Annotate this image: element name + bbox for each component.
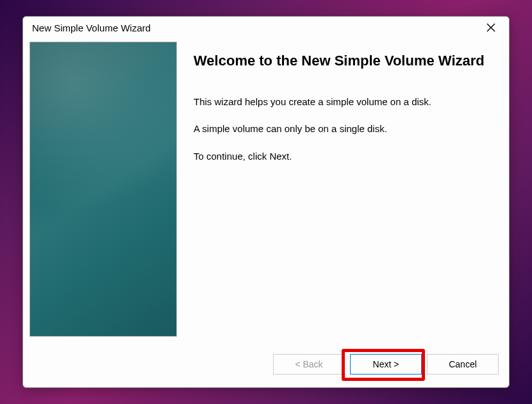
dialog-title: New Simple Volume Wizard [32, 22, 151, 33]
next-button[interactable]: Next > [350, 354, 422, 375]
cancel-button[interactable]: Cancel [427, 354, 499, 375]
wizard-description-2: A simple volume can only be on a single … [194, 122, 490, 137]
title-bar: New Simple Volume Wizard [23, 17, 509, 38]
wizard-main-panel: Welcome to the New Simple Volume Wizard … [177, 42, 503, 349]
wizard-heading: Welcome to the New Simple Volume Wizard [194, 52, 490, 71]
wizard-dialog: New Simple Volume Wizard Welcome to the … [22, 16, 510, 388]
close-button[interactable] [481, 18, 501, 37]
wizard-side-graphic [29, 42, 177, 337]
close-icon [486, 23, 495, 32]
wizard-description-1: This wizard helps you create a simple vo… [194, 95, 490, 110]
button-row: < Back Next > Cancel [23, 349, 509, 387]
wizard-instruction: To continue, click Next. [194, 149, 490, 164]
back-button: < Back [273, 354, 345, 375]
content-area: Welcome to the New Simple Volume Wizard … [23, 38, 509, 349]
